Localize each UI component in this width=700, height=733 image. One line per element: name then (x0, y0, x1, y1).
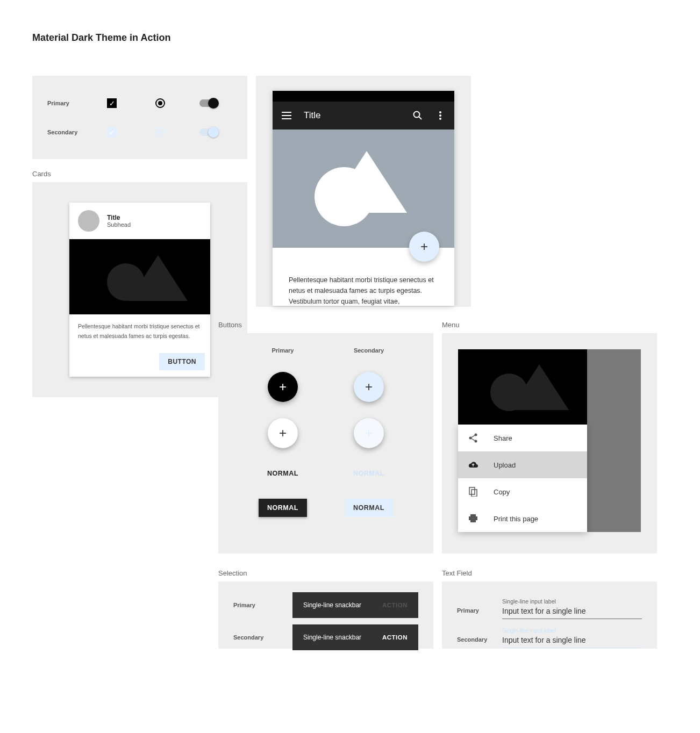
upload-icon (468, 459, 478, 470)
search-icon[interactable] (412, 110, 423, 121)
hero-media: + (273, 130, 454, 248)
menu-item-copy[interactable]: Copy (458, 478, 587, 505)
appbar-title: Title (304, 110, 401, 121)
cards-panel: Title Subhead Pellentesque habitant morb… (32, 182, 247, 397)
card-subhead: Subhead (107, 221, 131, 228)
card-body: Pellentesque habitant morbi tristique se… (69, 314, 210, 349)
more-icon[interactable] (435, 110, 446, 121)
svg-rect-9 (470, 514, 476, 516)
menu-hero (458, 349, 587, 425)
fab-primary-alt[interactable]: + (268, 418, 298, 448)
share-icon (468, 433, 478, 443)
card-media (69, 239, 210, 314)
status-bar (273, 91, 454, 102)
textfield-panel: Primary Single-line input label Input te… (442, 581, 657, 649)
snackbar-action[interactable]: ACTION (382, 634, 408, 641)
svg-point-5 (469, 437, 472, 440)
selection-section-label: Selection (218, 569, 433, 577)
menu-icon[interactable] (281, 110, 292, 121)
card-button[interactable]: BUTTON (159, 353, 205, 370)
radio-primary[interactable] (155, 98, 165, 108)
primary-label-tf: Primary (457, 607, 494, 619)
copy-icon (468, 486, 478, 497)
textfield-label: Single-line input label (502, 627, 642, 634)
textfield-label: Single-line input label (502, 598, 642, 605)
textfield-input-primary[interactable]: Input text for a single line (502, 607, 642, 619)
app-bar: Title (273, 102, 454, 130)
raised-button-secondary[interactable]: NORMAL (345, 499, 393, 517)
secondary-label-btn: Secondary (354, 347, 384, 354)
flat-button-secondary[interactable]: NORMAL (345, 464, 393, 483)
menu-item-upload[interactable]: Upload (458, 451, 587, 478)
cards-section-label: Cards (32, 170, 247, 178)
primary-label-btn: Primary (272, 347, 294, 354)
fab-add[interactable]: + (409, 232, 439, 262)
switch-primary[interactable] (199, 99, 217, 107)
selection-panel: Primary Single-line snackbar ACTION Seco… (218, 581, 433, 649)
menu-item-share[interactable]: Share (458, 425, 587, 451)
snackbar-action[interactable]: ACTION (382, 602, 408, 608)
buttons-panel: Primary + + NORMAL NORMAL Secondary + + … (218, 333, 433, 554)
svg-point-0 (414, 112, 420, 118)
menu-item-label: Share (494, 434, 512, 442)
textfield-input-secondary[interactable]: Input text for a single line (502, 636, 642, 648)
menu-list: Share Upload Copy Print this page (458, 425, 587, 532)
switch-secondary[interactable] (199, 128, 217, 136)
primary-label: Primary (47, 100, 88, 106)
avatar (78, 210, 99, 232)
svg-rect-7 (469, 487, 475, 494)
print-icon (468, 513, 478, 524)
primary-label-snack: Primary (233, 602, 276, 608)
svg-point-3 (439, 118, 441, 120)
secondary-label-snack: Secondary (233, 634, 276, 641)
secondary-label: Secondary (47, 129, 88, 135)
svg-point-2 (439, 114, 441, 117)
textfield-section-label: Text Field (442, 569, 657, 577)
fab-primary[interactable]: + (268, 372, 298, 402)
flat-button-primary[interactable]: NORMAL (259, 464, 307, 483)
fab-secondary[interactable]: + (354, 372, 384, 402)
svg-rect-11 (470, 519, 476, 522)
secondary-label-tf: Secondary (457, 636, 494, 648)
radio-secondary[interactable] (155, 127, 165, 137)
checkbox-primary[interactable]: ✓ (107, 98, 117, 108)
page-title: Material Dark Theme in Action (32, 32, 668, 44)
card: Title Subhead Pellentesque habitant morb… (69, 203, 210, 377)
svg-point-6 (475, 440, 477, 443)
appbar-panel: Title + Pellentesque habitant morbi tris… (256, 76, 471, 307)
menu-item-label: Upload (494, 461, 516, 469)
menu-section-label: Menu (442, 321, 657, 329)
buttons-section-label: Buttons (218, 321, 433, 329)
fab-secondary-alt[interactable]: + (354, 418, 384, 448)
svg-point-4 (475, 434, 477, 436)
menu-item-print[interactable]: Print this page (458, 505, 587, 532)
raised-button-primary[interactable]: NORMAL (259, 499, 307, 517)
svg-rect-8 (472, 490, 477, 497)
card-title: Title (107, 214, 131, 221)
svg-point-1 (439, 111, 441, 113)
snackbar-secondary: Single-line snackbar ACTION (292, 624, 418, 650)
snackbar-text: Single-line snackbar (303, 601, 361, 609)
snackbar-text: Single-line snackbar (303, 634, 361, 641)
controls-panel: Primary ✓ Secondary ✓ (32, 76, 247, 159)
menu-panel: Share Upload Copy Print this page (442, 333, 657, 554)
checkbox-secondary[interactable]: ✓ (107, 127, 117, 137)
menu-item-label: Copy (494, 488, 510, 496)
menu-item-label: Print this page (494, 515, 538, 523)
snackbar-primary: Single-line snackbar ACTION (292, 592, 418, 618)
